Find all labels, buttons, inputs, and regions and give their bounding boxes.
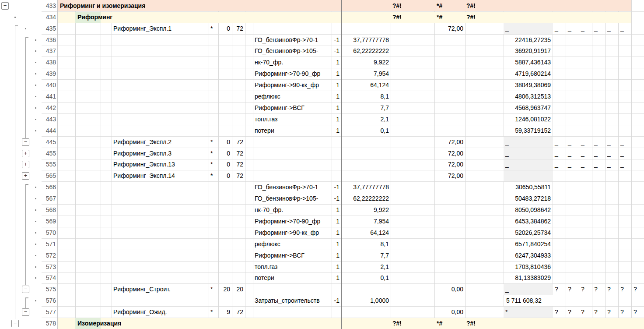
row-header[interactable]: 578 — [42, 318, 56, 329]
cell-grayValue[interactable]: 6453,384862 — [504, 216, 551, 227]
cell-grayValue[interactable]: 38049,38069 — [504, 79, 551, 91]
cell-mark[interactable]: ? — [555, 306, 564, 318]
cell-val1[interactable]: 8,1 — [341, 91, 389, 102]
cell-coef[interactable]: 1 — [329, 261, 340, 272]
cell-coef[interactable]: 1 — [329, 57, 340, 68]
cell-star[interactable]: * — [210, 283, 217, 295]
cell-mark[interactable]: _ — [581, 136, 591, 148]
cell-name[interactable]: Риформинг_Экспл.3 — [113, 148, 207, 159]
outline-collapse-button[interactable]: − — [22, 286, 29, 293]
cell-mark[interactable]: ? — [594, 283, 604, 295]
cell-mark[interactable]: _ — [594, 148, 604, 159]
cell-p2[interactable]: 72 — [231, 148, 243, 159]
cell-p1[interactable]: 9 — [218, 306, 230, 318]
cell-star[interactable]: * — [210, 170, 217, 181]
row-header[interactable]: 440 — [42, 79, 56, 91]
cell-mark[interactable]: _ — [594, 136, 604, 148]
cell-mark[interactable]: ? — [620, 283, 630, 295]
cell-val1[interactable]: 2,1 — [341, 113, 389, 125]
cell-val1[interactable]: 0,1 — [341, 125, 389, 136]
cell-coef[interactable]: 1 — [329, 227, 340, 238]
cell-subname[interactable]: Риформинг->70-90_фр — [255, 68, 331, 79]
cell-mark[interactable]: _ — [568, 159, 578, 170]
outline-collapse-button[interactable]: − — [22, 308, 29, 316]
cell-mark[interactable]: _ — [555, 159, 564, 170]
cell-coef[interactable]: 1 — [329, 102, 340, 113]
cell-val1[interactable]: 64,124 — [341, 79, 389, 91]
row-header[interactable]: 570 — [42, 227, 56, 238]
cell-subname[interactable]: Риформинг->70-90_фр — [255, 216, 331, 227]
cell-subname[interactable]: Риформинг->90-кк_фр — [255, 79, 331, 91]
cell-bigValue[interactable]: 5 711 608,32 — [506, 295, 563, 306]
row-header[interactable]: 577 — [42, 306, 56, 318]
row-header[interactable]: 574 — [42, 272, 56, 283]
row-header[interactable]: 445 — [42, 136, 56, 148]
outline-collapse-button[interactable]: − — [1, 2, 9, 10]
cell-val1[interactable]: 7,7 — [341, 250, 389, 261]
cell-coef[interactable]: 1 — [329, 204, 340, 216]
cell-subname[interactable]: топл.газ — [255, 113, 331, 125]
cell-val1[interactable]: 64,124 — [341, 227, 389, 238]
cell-mark[interactable]: _ — [581, 148, 591, 159]
cell-m1[interactable]: ?#! — [392, 11, 423, 23]
row-header[interactable]: 573 — [42, 261, 56, 272]
cell-subname[interactable]: ГО_бензиновФр->105- — [255, 193, 331, 204]
cell-m2[interactable]: *# — [437, 318, 458, 329]
row-header[interactable]: 575 — [42, 283, 56, 295]
cell-mark[interactable]: ? — [607, 283, 617, 295]
cell-star[interactable]: * — [210, 148, 217, 159]
cell-grayValue[interactable]: 4568,963747 — [504, 102, 551, 113]
cell-p2[interactable]: 72 — [231, 23, 243, 34]
cell-mark[interactable]: _ — [607, 136, 617, 148]
row-header[interactable]: 439 — [42, 68, 56, 79]
cell-name[interactable]: Риформинг_Экспл.1 — [113, 23, 207, 34]
cell-grayValue[interactable]: 4719,680214 — [504, 68, 551, 79]
cell-p2[interactable]: 72 — [231, 159, 243, 170]
cell-grayMark[interactable]: _ — [505, 283, 523, 295]
cell-coef[interactable]: 1 — [329, 91, 340, 102]
cell-grayValue[interactable]: 22416,27235 — [504, 34, 551, 46]
cell-mark[interactable]: ? — [607, 306, 617, 318]
row-header[interactable]: 565 — [42, 170, 56, 181]
cell-m3[interactable]: ?#! — [466, 318, 493, 329]
cell-p1[interactable]: 0 — [218, 148, 230, 159]
cell-val1[interactable]: 37,77777778 — [341, 34, 389, 46]
cell-star[interactable]: * — [210, 23, 217, 34]
cell-coef[interactable]: -1 — [329, 295, 340, 306]
cell-name[interactable]: Риформинг_Ожид. — [113, 306, 207, 318]
cell-subname[interactable]: топл.газ — [255, 261, 331, 272]
cell-grayValue[interactable]: 30650,55811 — [504, 181, 551, 193]
cell-grayValue[interactable]: 59,33719152 — [504, 125, 551, 136]
cell-p2[interactable]: 72 — [231, 136, 243, 148]
cell-mark[interactable]: _ — [555, 23, 564, 34]
cell-val1[interactable]: 62,22222222 — [341, 46, 389, 57]
cell-subname[interactable]: Затраты_строительств — [255, 295, 331, 306]
cell-p1[interactable]: 0 — [218, 136, 230, 148]
cell-val1[interactable]: 9,922 — [341, 204, 389, 216]
cell-mark[interactable]: _ — [620, 170, 630, 181]
cell-mark[interactable]: ? — [581, 306, 591, 318]
cell-m2[interactable]: *# — [437, 0, 458, 11]
cell-grayValue[interactable]: 1246,081022 — [504, 113, 551, 125]
cell-coef[interactable]: 1 — [329, 68, 340, 79]
cell-val1[interactable]: 7,954 — [341, 216, 389, 227]
cell-subname[interactable]: Риформинг->ВСГ — [255, 102, 331, 113]
cell-star[interactable]: * — [210, 306, 217, 318]
cell-mark[interactable]: _ — [607, 170, 617, 181]
cell-subname[interactable]: рефлюкс — [255, 91, 331, 102]
cell-m2[interactable]: *# — [437, 11, 458, 23]
cell-val1[interactable]: 2,1 — [341, 261, 389, 272]
cell-mark[interactable]: _ — [620, 159, 630, 170]
outline-collapse-button[interactable]: − — [22, 138, 29, 146]
cell-grayMark[interactable]: _ — [505, 159, 523, 170]
cell-grayMark[interactable]: _ — [505, 170, 523, 181]
row-header[interactable]: 443 — [42, 113, 56, 125]
cell-grayValue[interactable]: 6571,840254 — [504, 238, 551, 250]
row-header[interactable]: 566 — [42, 181, 56, 193]
cell-grayValue[interactable]: 6247,304933 — [504, 250, 551, 261]
cell-p2[interactable]: 20 — [231, 283, 243, 295]
row-header[interactable]: 438 — [42, 57, 56, 68]
row-header[interactable]: 434 — [42, 11, 56, 23]
cell-grayMark[interactable]: * — [505, 306, 523, 318]
cell-p2[interactable]: 72 — [231, 306, 243, 318]
